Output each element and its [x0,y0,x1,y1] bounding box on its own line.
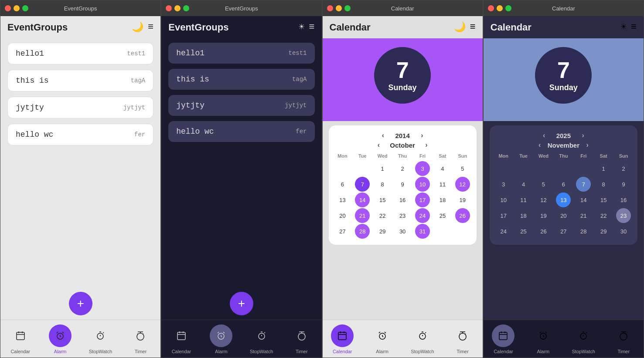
header-icons[interactable]: ☀️≡ [299,21,314,33]
calendar-cell[interactable]: 13 [335,193,350,207]
calendar-cell[interactable]: 29 [375,224,390,239]
calendar-cell[interactable]: 18 [516,208,531,223]
event-item[interactable]: hello wcfer [168,121,314,142]
calendar-cell[interactable]: 28 [576,224,591,239]
calendar-cell[interactable]: 5 [455,161,470,176]
calendar-cell[interactable]: 10 [415,177,430,192]
nav-item-stopwatch[interactable]: StopWatch [250,324,273,354]
calendar-cell[interactable]: 9 [395,177,410,192]
calendar-cell[interactable]: 27 [335,224,350,239]
nav-item-calendar[interactable]: Calendar [492,324,515,354]
calendar-cell[interactable]: 17 [415,193,430,207]
next-year-btn[interactable]: › [421,132,423,139]
event-item[interactable]: this istagA [168,69,314,90]
btn-close[interactable] [5,5,11,11]
btn-max[interactable] [505,5,511,11]
calendar-cell[interactable]: 16 [395,193,410,207]
calendar-cell[interactable]: 11 [516,193,531,207]
nav-item-timer[interactable]: Timer [451,324,474,354]
calendar-cell[interactable]: 18 [435,193,450,207]
calendar-cell[interactable]: 17 [496,208,511,223]
calendar-cell[interactable]: 15 [375,193,390,207]
calendar-cell[interactable]: 26 [455,208,470,223]
calendar-cell[interactable]: 16 [616,193,631,207]
btn-close[interactable] [327,5,333,11]
calendar-cell[interactable]: 21 [576,208,591,223]
calendar-cell[interactable]: 14 [576,193,591,207]
nav-item-stopwatch[interactable]: StopWatch [411,324,434,354]
calendar-cell[interactable]: 3 [415,161,430,176]
btn-min[interactable] [497,5,503,11]
nav-item-alarm[interactable]: Alarm [49,324,72,354]
menu-icon[interactable]: ≡ [309,22,314,33]
nav-item-timer[interactable]: Timer [290,324,313,354]
nav-item-timer[interactable]: Timer [129,324,152,354]
btn-max[interactable] [344,5,351,11]
menu-icon[interactable]: ≡ [148,22,153,33]
add-fab-button[interactable]: + [230,292,253,315]
btn-close[interactable] [488,5,494,11]
calendar-cell[interactable]: 2 [616,161,631,176]
window-controls[interactable] [327,5,351,11]
prev-month-btn[interactable]: ‹ [378,141,380,149]
event-item[interactable]: jytjtyjytjyt [7,97,153,118]
calendar-cell[interactable]: 25 [435,208,450,223]
calendar-cell[interactable]: 4 [435,161,450,176]
calendar-cell[interactable]: 24 [496,224,511,239]
prev-year-btn[interactable]: ‹ [382,132,384,139]
calendar-cell[interactable]: 8 [596,177,611,192]
theme-toggle-icon[interactable]: 🌙 [132,21,143,33]
calendar-cell[interactable]: 31 [415,224,430,239]
calendar-cell[interactable]: 15 [596,193,611,207]
calendar-cell[interactable]: 1 [596,161,611,176]
calendar-cell[interactable]: 29 [596,224,611,239]
calendar-cell[interactable]: 19 [536,208,551,223]
btn-max[interactable] [183,5,189,11]
theme-toggle-icon[interactable]: ☀️ [621,21,627,33]
calendar-cell[interactable]: 6 [556,177,571,192]
window-controls[interactable] [5,5,28,11]
theme-toggle-icon[interactable]: 🌙 [454,21,466,33]
calendar-cell[interactable]: 23 [395,208,410,223]
calendar-cell[interactable]: 30 [395,224,410,239]
next-year-btn[interactable]: › [582,132,584,139]
window-controls[interactable] [488,5,511,11]
calendar-cell[interactable]: 13 [556,193,571,207]
calendar-cell[interactable]: 1 [375,161,390,176]
next-month-btn[interactable]: › [425,141,427,149]
calendar-cell[interactable]: 7 [576,177,591,192]
calendar-cell[interactable]: 12 [455,177,470,192]
calendar-cell[interactable]: 5 [536,177,551,192]
nav-item-alarm[interactable]: Alarm [532,324,555,354]
calendar-cell[interactable]: 23 [616,208,631,223]
btn-max[interactable] [22,5,28,11]
calendar-cell[interactable]: 19 [455,193,470,207]
calendar-cell[interactable]: 9 [616,177,631,192]
event-item[interactable]: hello1test1 [168,43,314,64]
calendar-cell[interactable]: 25 [516,224,531,239]
btn-min[interactable] [336,5,342,11]
calendar-cell[interactable]: 4 [516,177,531,192]
nav-item-stopwatch[interactable]: StopWatch [572,324,595,354]
calendar-cell[interactable]: 20 [335,208,350,223]
event-item[interactable]: hello wcfer [7,124,153,145]
event-item[interactable]: jytjtyjytjyt [168,95,314,116]
calendar-cell[interactable]: 26 [536,224,551,239]
calendar-cell[interactable]: 27 [556,224,571,239]
nav-item-stopwatch[interactable]: StopWatch [89,324,112,354]
btn-close[interactable] [166,5,172,11]
calendar-cell[interactable]: 30 [616,224,631,239]
calendar-cell[interactable]: 21 [355,208,370,223]
nav-item-alarm[interactable]: Alarm [371,324,394,354]
calendar-cell[interactable]: 22 [375,208,390,223]
nav-item-calendar[interactable]: Calendar [331,324,354,354]
calendar-cell[interactable]: 7 [355,177,370,192]
header-icons[interactable]: 🌙≡ [454,21,476,33]
event-item[interactable]: this istagA [7,70,153,91]
nav-item-calendar[interactable]: Calendar [9,324,32,354]
window-controls[interactable] [166,5,189,11]
nav-item-calendar[interactable]: Calendar [170,324,193,354]
menu-icon[interactable]: ≡ [631,22,637,33]
nav-item-timer[interactable]: Timer [612,324,635,354]
calendar-cell[interactable]: 10 [496,193,511,207]
